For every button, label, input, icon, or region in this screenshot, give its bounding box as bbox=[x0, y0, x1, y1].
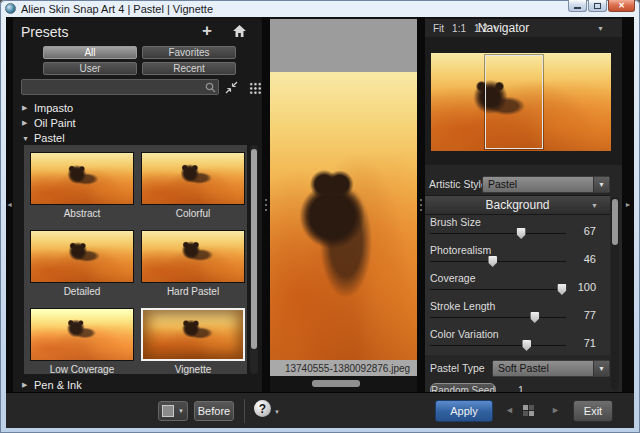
section-collapse-icon: ▼ bbox=[591, 202, 598, 209]
preset-label: Detailed bbox=[30, 286, 134, 297]
close-button[interactable]: ✕ bbox=[608, 0, 635, 12]
tab-favorites[interactable]: Favorites bbox=[142, 46, 236, 59]
navigator-box bbox=[425, 37, 622, 165]
pastel-type-dropdown[interactable]: Soft Pastel ▼ bbox=[492, 360, 610, 377]
presets-scrollbar[interactable] bbox=[250, 145, 258, 374]
tab-all[interactable]: All bbox=[43, 46, 137, 59]
preset-hard-pastel[interactable]: Hard Pastel bbox=[141, 230, 245, 297]
preset-abstract[interactable]: Abstract bbox=[30, 152, 134, 219]
tab-recent[interactable]: Recent bbox=[142, 62, 236, 75]
view-mode-button[interactable]: ▼ bbox=[158, 401, 188, 421]
presets-scrollbar-thumb[interactable] bbox=[251, 149, 257, 349]
next-view-icon[interactable]: ► bbox=[551, 405, 560, 415]
slider-track[interactable] bbox=[430, 317, 566, 318]
preset-vignette-selected[interactable]: Vignette bbox=[141, 308, 245, 375]
chevron-right-icon: ▶ bbox=[22, 104, 34, 112]
help-button[interactable]: ? bbox=[254, 400, 271, 417]
section-background-title: Background bbox=[485, 198, 549, 212]
random-seed-button[interactable]: Random Seed bbox=[430, 383, 496, 392]
tree-label: Pastel bbox=[34, 132, 65, 144]
preview-hscroll-thumb[interactable] bbox=[312, 380, 360, 387]
home-button[interactable] bbox=[233, 25, 246, 37]
collapse-right-panel-strip[interactable]: ► bbox=[622, 17, 634, 392]
preset-label: Abstract bbox=[30, 208, 134, 219]
pastel-type-label: Pastel Type bbox=[430, 362, 485, 374]
right-splitter-handle[interactable] bbox=[417, 17, 425, 392]
home-icon bbox=[233, 25, 246, 37]
tab-user[interactable]: User bbox=[43, 62, 137, 75]
slider-label: Color Variation bbox=[430, 328, 499, 340]
preview-horizontal-scrollbar[interactable] bbox=[270, 376, 425, 392]
controls-scrollbar[interactable] bbox=[611, 197, 619, 390]
minimize-icon bbox=[574, 7, 581, 9]
tree-item-pastel[interactable]: ▼ Pastel bbox=[13, 131, 262, 145]
artistic-style-value: Pastel bbox=[488, 178, 517, 190]
grid-view-icon[interactable] bbox=[249, 82, 261, 94]
tree-item-oil-paint[interactable]: ▶ Oil Paint bbox=[13, 116, 262, 130]
collapse-left-panel-strip[interactable]: ◄ bbox=[6, 17, 13, 392]
artistic-style-row: Artistic Style: Pastel ▼ bbox=[429, 175, 610, 193]
slider-track[interactable] bbox=[430, 233, 566, 234]
preset-thumbnail-image bbox=[141, 308, 245, 361]
slider-thumb[interactable] bbox=[557, 284, 566, 295]
chevron-right-icon: ▶ bbox=[22, 381, 34, 389]
slider-stroke-length: Stroke Length 77 bbox=[425, 299, 610, 327]
collapse-all-icon[interactable] bbox=[225, 81, 238, 94]
before-button[interactable]: Before bbox=[194, 401, 234, 421]
controls-scrollbar-thumb[interactable] bbox=[612, 199, 618, 245]
filename-text: 13740555-1380092876.jpeg bbox=[285, 363, 410, 374]
search-input[interactable] bbox=[21, 79, 219, 95]
navigator-menu-icon[interactable]: ▼ bbox=[597, 25, 604, 32]
left-splitter-handle[interactable] bbox=[262, 17, 270, 392]
app-icon bbox=[5, 3, 16, 14]
slider-track[interactable] bbox=[430, 345, 566, 346]
separator bbox=[244, 399, 245, 423]
app-content: ◄ Presets + All Favorites User Recent bbox=[6, 17, 634, 428]
slider-thumb[interactable] bbox=[522, 340, 531, 351]
slider-track[interactable] bbox=[430, 261, 566, 262]
apply-button[interactable]: Apply bbox=[435, 400, 493, 422]
controls-panel: Fit 1:1 1:2 ▼ Navigator ▼ Artistic Style… bbox=[425, 19, 622, 392]
preset-thumbnail-image bbox=[141, 152, 245, 205]
slider-thumb[interactable] bbox=[517, 228, 526, 239]
slider-brush-size: Brush Size 67 bbox=[425, 215, 610, 243]
add-preset-button[interactable]: + bbox=[202, 23, 212, 39]
slider-value: 46 bbox=[584, 253, 596, 265]
random-seed-row: Random Seed 1 bbox=[430, 382, 610, 392]
tree-item-impasto[interactable]: ▶ Impasto bbox=[13, 101, 262, 115]
slider-value: 100 bbox=[578, 281, 596, 293]
preset-low-coverage[interactable]: Low Coverage bbox=[30, 308, 134, 375]
sliders-group: Brush Size 67 Photorealism 46 Coverage 1… bbox=[425, 215, 610, 355]
help-dropdown-icon[interactable]: ▼ bbox=[274, 409, 280, 415]
slider-label: Brush Size bbox=[430, 216, 481, 228]
slider-thumb[interactable] bbox=[530, 312, 539, 323]
maximize-button[interactable] bbox=[588, 0, 607, 12]
split-view-icon[interactable] bbox=[523, 405, 534, 416]
preset-detailed[interactable]: Detailed bbox=[30, 230, 134, 297]
artistic-style-dropdown[interactable]: Pastel ▼ bbox=[482, 176, 610, 193]
minimize-button[interactable] bbox=[568, 0, 587, 12]
preset-thumbnail-image bbox=[30, 230, 134, 283]
search-icon bbox=[205, 82, 216, 93]
preset-label: Vignette bbox=[141, 364, 245, 375]
presets-header: Presets + bbox=[21, 23, 254, 43]
previous-view-icon[interactable]: ◄ bbox=[505, 405, 514, 415]
section-background[interactable]: Background ▼ bbox=[425, 195, 610, 215]
slider-value: 77 bbox=[584, 309, 596, 321]
preset-colorful[interactable]: Colorful bbox=[141, 152, 245, 219]
navigator-image[interactable] bbox=[431, 53, 611, 151]
slider-thumb[interactable] bbox=[488, 256, 497, 267]
search-row bbox=[21, 79, 256, 96]
preview-area[interactable]: 13740555-1380092876.jpeg bbox=[270, 19, 425, 392]
artistic-style-label: Artistic Style: bbox=[429, 178, 490, 190]
chevron-right-icon: ▶ bbox=[22, 119, 34, 127]
slider-track[interactable] bbox=[430, 289, 566, 290]
exit-button[interactable]: Exit bbox=[573, 400, 613, 422]
dropdown-arrow-icon: ▼ bbox=[593, 177, 609, 192]
navigator-view-rect[interactable] bbox=[485, 55, 543, 149]
preview-image[interactable] bbox=[270, 72, 425, 360]
tree-item-pen-ink[interactable]: ▶ Pen & Ink bbox=[13, 378, 262, 392]
slider-color-variation: Color Variation 71 bbox=[425, 327, 610, 355]
titlebar[interactable]: Alien Skin Snap Art 4 | Pastel | Vignett… bbox=[0, 0, 640, 17]
bottom-bar: ▼ Before ? ▼ Apply ◄ ► Exit bbox=[6, 392, 634, 428]
